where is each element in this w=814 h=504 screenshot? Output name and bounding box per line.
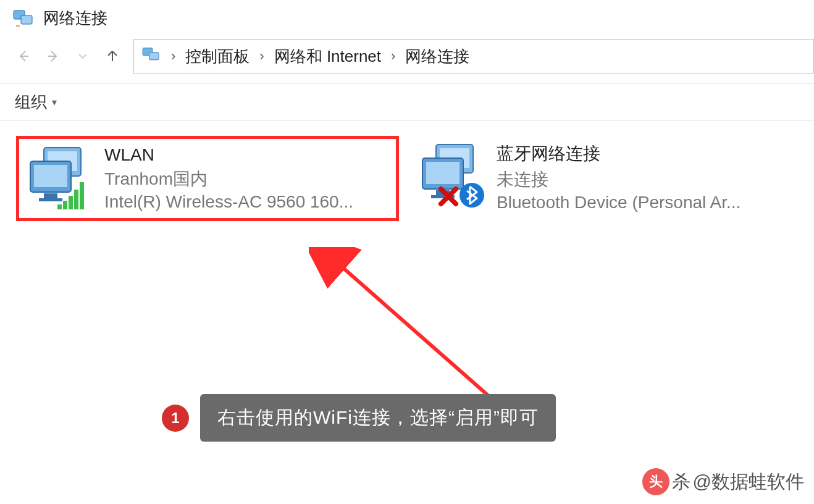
network-adapter-icon	[25, 144, 93, 212]
chevron-down-icon: ▾	[52, 96, 57, 108]
svg-rect-15	[69, 196, 73, 209]
connection-status: 未连接	[497, 168, 741, 191]
svg-rect-17	[80, 182, 84, 209]
connection-name: WLAN	[104, 145, 353, 165]
bluetooth-icon	[459, 183, 484, 208]
svg-line-27	[334, 259, 488, 395]
chevron-right-icon[interactable]: ›	[167, 48, 179, 64]
annotation-tooltip: 1 右击使用的WiFi连接，选择“启用”即可	[162, 394, 556, 442]
back-button[interactable]	[11, 44, 36, 69]
watermark-text: @数据蛙软件	[693, 469, 804, 495]
svg-rect-11	[44, 193, 57, 198]
organize-menu[interactable]: 组织 ▾	[15, 91, 57, 113]
connections-list: WLAN Tranhom国内 Intel(R) Wireless-AC 9560…	[0, 121, 814, 236]
up-button[interactable]	[100, 44, 125, 69]
step-number-badge: 1	[162, 405, 189, 432]
svg-rect-6	[149, 52, 159, 60]
chevron-right-icon[interactable]: ›	[256, 48, 267, 64]
breadcrumb-item[interactable]: 控制面板	[185, 46, 250, 67]
connection-item-bluetooth[interactable]: 蓝牙网络连接 未连接 Bluetooth Device (Personal Ar…	[411, 136, 794, 221]
network-adapter-icon	[417, 141, 485, 209]
svg-rect-21	[426, 162, 459, 184]
organize-label: 组织	[15, 91, 47, 113]
recent-dropdown[interactable]	[70, 44, 95, 69]
window-title: 网络连接	[43, 7, 107, 29]
watermark-logo: 头	[642, 468, 669, 495]
svg-rect-1	[21, 15, 32, 24]
svg-rect-10	[34, 165, 67, 187]
svg-rect-16	[74, 190, 78, 209]
watermark: 头 杀 @数据蛙软件	[642, 468, 804, 495]
window-titlebar: 网络连接	[0, 0, 814, 35]
connection-item-wlan[interactable]: WLAN Tranhom国内 Intel(R) Wireless-AC 9560…	[16, 136, 399, 221]
watermark-prefix: 杀	[672, 469, 690, 495]
toolbar: 组织 ▾	[0, 83, 814, 121]
breadcrumb-item[interactable]: 网络连接	[405, 46, 469, 67]
svg-rect-2	[16, 25, 20, 27]
svg-rect-12	[39, 198, 62, 201]
svg-rect-14	[63, 201, 67, 209]
navigation-row: › 控制面板 › 网络和 Internet › 网络连接	[0, 35, 814, 80]
annotation-text: 右击使用的WiFi连接，选择“启用”即可	[200, 394, 556, 442]
chevron-right-icon[interactable]: ›	[387, 48, 399, 64]
network-connections-icon	[12, 9, 35, 28]
annotation-arrow	[309, 247, 506, 408]
connection-status: Tranhom国内	[104, 167, 353, 191]
connection-name: 蓝牙网络连接	[497, 142, 741, 166]
forward-button[interactable]	[41, 44, 65, 69]
svg-rect-13	[57, 204, 62, 209]
address-bar[interactable]: › 控制面板 › 网络和 Internet › 网络连接	[133, 39, 814, 74]
breadcrumb-item[interactable]: 网络和 Internet	[274, 46, 381, 67]
network-connections-icon	[141, 47, 161, 65]
connection-device: Intel(R) Wireless-AC 9560 160...	[104, 192, 353, 212]
connection-device: Bluetooth Device (Personal Ar...	[497, 193, 741, 212]
